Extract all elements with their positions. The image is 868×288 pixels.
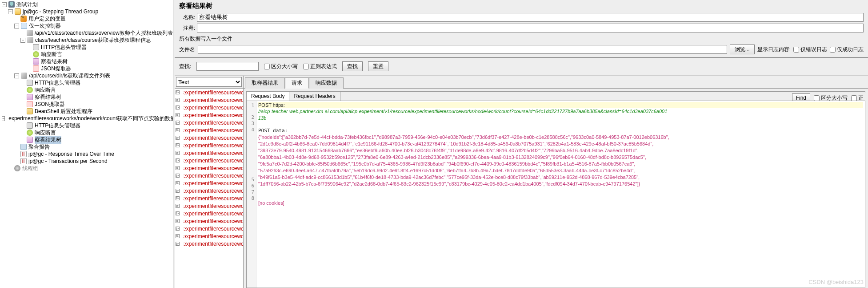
result-item[interactable]: ⊳experimentfileresourcewo	[175, 240, 243, 247]
tree-item[interactable]: 聚合报告	[2, 143, 173, 150]
result-item[interactable]: ⊳experimentfileresourcewo	[175, 96, 243, 104]
cb-case-box[interactable]	[264, 64, 270, 69]
tab-request[interactable]: 请求	[285, 77, 309, 89]
expand-icon[interactable]: ⊳	[176, 211, 180, 215]
search-input[interactable]	[196, 62, 259, 71]
tree-item[interactable]: BeanShell 后置处理程序	[2, 108, 173, 115]
result-item[interactable]: ⊳experimentfileresourcewo	[175, 119, 243, 126]
collapse-icon[interactable]: −	[2, 2, 7, 7]
result-item[interactable]: ⊳experimentfileresourcewo	[175, 187, 243, 195]
expand-icon[interactable]: ⊳	[176, 234, 180, 238]
expand-icon[interactable]: ⊳	[176, 90, 180, 94]
tab-response[interactable]: 响应数据	[309, 77, 344, 89]
cb-case[interactable]: 区分大小写	[264, 63, 298, 70]
result-item[interactable]: ⊳experimentfileresourcewo	[175, 134, 243, 142]
code-area[interactable]: POST https://aicp-teacher-web.partner.dm…	[256, 101, 865, 288]
result-item[interactable]: ⊳experimentfileresourcewo	[175, 172, 243, 179]
subtab-headers[interactable]: Request Headers	[289, 92, 340, 101]
result-item[interactable]: ⊳experimentfileresourcewo	[175, 202, 243, 210]
renderer-select[interactable]: Text	[176, 77, 242, 87]
tree-item[interactable]: 响应断言	[2, 86, 173, 93]
tree-item[interactable]: HTTP信息头管理器	[2, 79, 173, 86]
comment-input[interactable]	[197, 24, 864, 32]
result-item[interactable]: ⊳experimentfileresourcewo	[175, 126, 243, 134]
expand-icon[interactable]: ⊳	[176, 121, 180, 125]
expand-icon[interactable]: ⊳	[176, 196, 180, 200]
subtab-body[interactable]: Request Body	[247, 92, 289, 101]
expand-icon[interactable]: ⊳	[176, 189, 180, 193]
cb-success-only-box[interactable]	[830, 47, 836, 53]
result-item[interactable]: ⊳experimentfileresourcewo	[175, 195, 243, 202]
expand-icon[interactable]: ⊳	[176, 166, 180, 170]
cb-regex-box[interactable]	[303, 64, 309, 69]
expand-icon[interactable]: ⊳	[176, 219, 180, 223]
tree-item[interactable]: /api/v1/class/teacher/class/overview教师个人…	[2, 29, 173, 37]
tree-item[interactable]: −class/teacher/class/course获取某班授权课程信息	[2, 37, 173, 44]
find-button[interactable]: 查找	[342, 61, 363, 71]
tree-item[interactable]: jp@gc - Transactions per Second	[2, 158, 173, 165]
tree-item[interactable]: −仅一次控制器	[2, 22, 173, 29]
browse-button[interactable]: 浏览...	[730, 45, 755, 54]
cb-label: 正则表达式	[310, 63, 337, 70]
tree-item[interactable]: HTTP信息头管理器	[2, 44, 173, 51]
tree-item[interactable]: 察看结果树	[2, 93, 173, 101]
expand-icon[interactable]: ⊳	[176, 113, 180, 117]
cb-error-only-box[interactable]	[793, 47, 799, 53]
filename-input[interactable]	[198, 45, 727, 54]
result-item[interactable]: ⊳experimentfileresourcewo	[175, 89, 243, 96]
result-item[interactable]: ⊳experimentfileresourcewo	[175, 164, 243, 172]
expand-icon[interactable]: ⊳	[176, 128, 180, 132]
tree-root[interactable]: −测试计划	[2, 1, 173, 8]
result-item[interactable]: ⊳experimentfileresourcewo	[175, 111, 243, 119]
tree-item-disabled[interactable]: 线程组	[2, 165, 173, 172]
result-item[interactable]: ⊳experimentfileresourcewo	[175, 149, 243, 157]
result-item[interactable]: ⊳experimentfileresourcewo	[175, 232, 243, 240]
collapse-icon[interactable]: −	[20, 38, 25, 43]
expand-icon[interactable]: ⊳	[176, 204, 180, 208]
tree-item[interactable]: −experimentfileresourceworks/node/work/c…	[2, 115, 173, 122]
editor-cb-regex-box[interactable]	[851, 95, 857, 101]
collapse-icon[interactable]: −	[14, 24, 19, 28]
result-item[interactable]: ⊳experimentfileresourcewo	[175, 179, 243, 187]
collapse-icon[interactable]: −	[2, 116, 5, 121]
result-item[interactable]: ⊳experimentfileresourcewo	[175, 225, 243, 232]
tree-item[interactable]: 用户定义的变量	[2, 15, 173, 22]
expand-icon[interactable]: ⊳	[176, 151, 180, 155]
tree-threadgroup[interactable]: −jp@gc - Stepping Thread Group	[2, 8, 173, 15]
expand-icon[interactable]: ⊳	[176, 136, 180, 140]
result-item[interactable]: ⊳experimentfileresourcewo	[175, 157, 243, 164]
tree-item[interactable]: 察看结果树	[2, 58, 173, 65]
expand-icon[interactable]: ⊳	[176, 227, 180, 231]
tree-item[interactable]: JSON提取器	[2, 65, 173, 72]
cb-regex[interactable]: 正则表达式	[303, 63, 337, 70]
name-input[interactable]	[197, 13, 864, 22]
expand-icon[interactable]: ⊳	[176, 158, 180, 162]
tree-item[interactable]: 响应断言	[2, 51, 173, 58]
expand-icon[interactable]: ⊳	[176, 174, 180, 178]
collapse-icon[interactable]: −	[8, 9, 13, 14]
request-editor[interactable]: 12345678 POST https://aicp-teacher-web.p…	[246, 101, 865, 288]
expand-icon[interactable]: ⊳	[176, 181, 180, 185]
tree-item[interactable]: HTTP信息头管理器	[2, 122, 173, 129]
reset-button[interactable]: 重置	[368, 61, 388, 71]
result-item[interactable]: ⊳experimentfileresourcewo	[175, 104, 243, 111]
tab-sampler[interactable]: 取样器结果	[245, 77, 285, 89]
expand-icon[interactable]: ⊳	[176, 143, 180, 147]
editor-cb-case-box[interactable]	[814, 95, 820, 101]
expand-icon[interactable]: ⊳	[176, 98, 180, 102]
tree-item[interactable]: 响应断言	[2, 129, 173, 136]
line-gutter: 12345678	[247, 101, 256, 288]
result-item[interactable]: ⊳experimentfileresourcewo	[175, 217, 243, 225]
results-list[interactable]: ⊳experimentfileresourcewo⊳experimentfile…	[175, 89, 243, 288]
tree-item[interactable]: −/api/course/dir/ls获取课程文件列表	[2, 72, 173, 79]
result-item[interactable]: ⊳experimentfileresourcewo	[175, 210, 243, 217]
tree-item-selected[interactable]: 察看结果树	[2, 136, 173, 143]
result-item[interactable]: ⊳experimentfileresourcewo	[175, 142, 243, 149]
cb-error-only[interactable]: 仅错误日志	[793, 46, 827, 53]
cb-success-only[interactable]: 仅成功日志	[830, 46, 864, 53]
expand-icon[interactable]: ⊳	[176, 105, 180, 110]
tree-item[interactable]: JSON提取器	[2, 101, 173, 108]
expand-icon[interactable]: ⊳	[176, 242, 180, 246]
collapse-icon[interactable]: −	[14, 73, 19, 78]
tree-item[interactable]: jp@gc - Response Times Over Time	[2, 150, 173, 158]
